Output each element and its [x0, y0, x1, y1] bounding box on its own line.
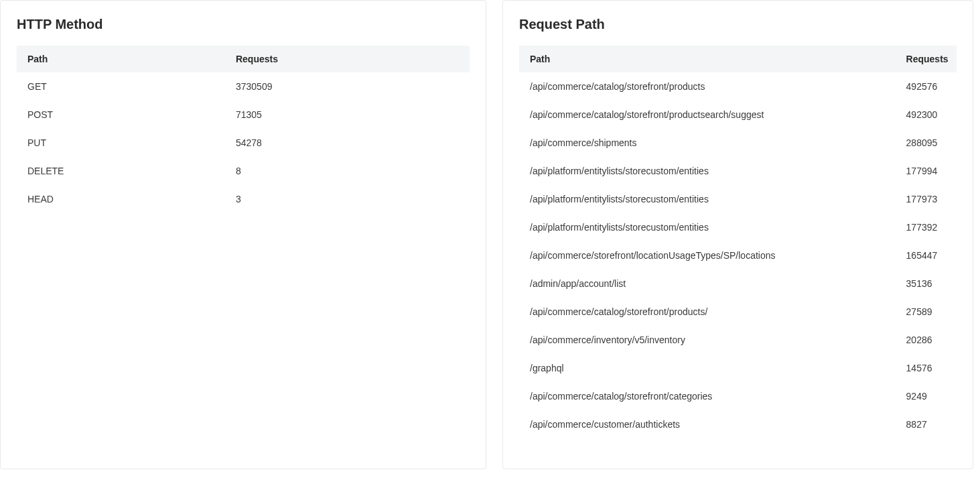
request-path-col-requests: Requests [896, 46, 957, 72]
cell-requests: 288095 [896, 129, 957, 157]
http-method-panel: HTTP Method Path Requests GET3730509POST… [0, 0, 486, 469]
cell-requests: 165447 [896, 241, 957, 269]
table-row: PUT54278 [17, 129, 470, 157]
cell-path: /api/commerce/catalog/storefront/product… [519, 298, 896, 326]
table-row: /api/platform/entitylists/storecustom/en… [519, 185, 957, 213]
cell-path: GET [17, 72, 225, 101]
table-row: /api/commerce/catalog/storefront/product… [519, 298, 957, 326]
cell-requests: 177973 [896, 185, 957, 213]
cell-requests: 35136 [896, 269, 957, 298]
cell-requests: 3730509 [225, 72, 470, 101]
cell-requests: 492300 [896, 101, 957, 129]
cell-path: /api/platform/entitylists/storecustom/en… [519, 157, 896, 185]
cell-path: HEAD [17, 185, 225, 213]
cell-requests: 8 [225, 157, 470, 185]
table-row: POST71305 [17, 101, 470, 129]
http-method-col-requests: Requests [225, 46, 470, 72]
cell-path: /api/commerce/storefront/locationUsageTy… [519, 241, 896, 269]
request-path-table: Path Requests /api/commerce/catalog/stor… [519, 46, 957, 438]
request-path-title: Request Path [519, 17, 957, 32]
cell-path: DELETE [17, 157, 225, 185]
table-row: /api/platform/entitylists/storecustom/en… [519, 157, 957, 185]
http-method-table: Path Requests GET3730509POST71305PUT5427… [17, 46, 470, 213]
table-row: DELETE8 [17, 157, 470, 185]
cell-requests: 71305 [225, 101, 470, 129]
dashboard-container: HTTP Method Path Requests GET3730509POST… [0, 0, 980, 469]
table-row: /api/commerce/inventory/v5/inventory2028… [519, 326, 957, 354]
cell-requests: 20286 [896, 326, 957, 354]
table-row: GET3730509 [17, 72, 470, 101]
table-row: /admin/app/account/list35136 [519, 269, 957, 298]
cell-requests: 54278 [225, 129, 470, 157]
cell-path: /api/commerce/customer/authtickets [519, 410, 896, 438]
cell-path: /api/platform/entitylists/storecustom/en… [519, 213, 896, 241]
cell-path: PUT [17, 129, 225, 157]
table-row: /api/commerce/catalog/storefront/categor… [519, 382, 957, 410]
cell-path: /api/platform/entitylists/storecustom/en… [519, 185, 896, 213]
cell-requests: 177994 [896, 157, 957, 185]
table-row: /api/commerce/catalog/storefront/product… [519, 101, 957, 129]
table-row: HEAD3 [17, 185, 470, 213]
cell-path: /api/commerce/catalog/storefront/product… [519, 72, 896, 101]
cell-requests: 8827 [896, 410, 957, 438]
cell-path: /graphql [519, 354, 896, 382]
cell-requests: 3 [225, 185, 470, 213]
table-row: /api/platform/entitylists/storecustom/en… [519, 213, 957, 241]
cell-requests: 492576 [896, 72, 957, 101]
request-path-panel: Request Path Path Requests /api/commerce… [502, 0, 973, 469]
table-row: /api/commerce/catalog/storefront/product… [519, 72, 957, 101]
cell-requests: 9249 [896, 382, 957, 410]
request-path-tbody: /api/commerce/catalog/storefront/product… [519, 72, 957, 438]
http-method-tbody: GET3730509POST71305PUT54278DELETE8HEAD3 [17, 72, 470, 213]
cell-requests: 27589 [896, 298, 957, 326]
table-row: /api/commerce/customer/authtickets8827 [519, 410, 957, 438]
request-path-col-path: Path [519, 46, 896, 72]
cell-requests: 14576 [896, 354, 957, 382]
cell-path: /api/commerce/catalog/storefront/product… [519, 101, 896, 129]
table-row: /graphql14576 [519, 354, 957, 382]
table-row: /api/commerce/storefront/locationUsageTy… [519, 241, 957, 269]
cell-path: /api/commerce/inventory/v5/inventory [519, 326, 896, 354]
http-method-col-path: Path [17, 46, 225, 72]
cell-path: /api/commerce/catalog/storefront/categor… [519, 382, 896, 410]
cell-path: /admin/app/account/list [519, 269, 896, 298]
table-row: /api/commerce/shipments288095 [519, 129, 957, 157]
cell-requests: 177392 [896, 213, 957, 241]
cell-path: POST [17, 101, 225, 129]
cell-path: /api/commerce/shipments [519, 129, 896, 157]
http-method-title: HTTP Method [17, 17, 470, 32]
